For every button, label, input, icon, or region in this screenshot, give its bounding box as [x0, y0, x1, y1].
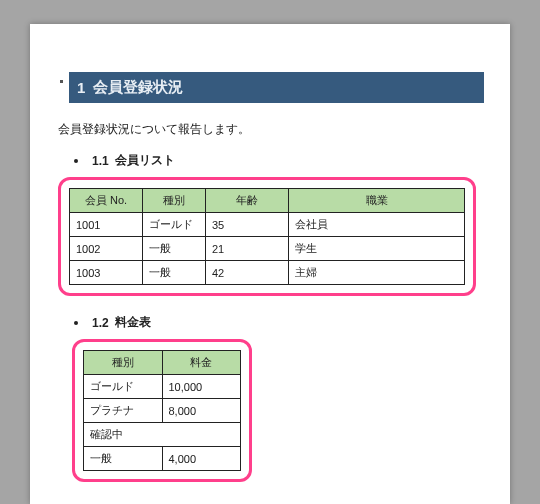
table-row: ゴールド 10,000: [84, 375, 241, 399]
cell: 学生: [289, 237, 465, 261]
cell: 35: [206, 213, 289, 237]
heading-number: 1: [77, 79, 85, 96]
price-table: 種別 料金 ゴールド 10,000 プラチナ 8,000 確認中 一般 4,00…: [83, 350, 241, 471]
table-header-row: 種別 料金: [84, 351, 241, 375]
cell: 1001: [70, 213, 143, 237]
cell: 4,000: [162, 447, 241, 471]
cell: プラチナ: [84, 399, 163, 423]
heading-row: 1 会員登録状況: [56, 72, 484, 103]
intro-text: 会員登録状況について報告します。: [58, 121, 484, 138]
cell: 会社員: [289, 213, 465, 237]
cell: 21: [206, 237, 289, 261]
section-title: 料金表: [115, 314, 151, 331]
bullet-icon: [74, 159, 78, 163]
member-list-table: 会員 No. 種別 年齢 職業 1001 ゴールド 35 会社員 1002 一般…: [69, 188, 465, 285]
table-row: 1001 ゴールド 35 会社員: [70, 213, 465, 237]
col-header: 料金: [162, 351, 241, 375]
cell: 8,000: [162, 399, 241, 423]
cell: ゴールド: [143, 213, 206, 237]
section-1-1-row: 1.1 会員リスト: [74, 152, 484, 169]
col-header: 職業: [289, 189, 465, 213]
section-number: 1.1: [92, 154, 109, 168]
heading-title: 会員登録状況: [93, 78, 183, 97]
col-header: 種別: [143, 189, 206, 213]
cell: 一般: [143, 261, 206, 285]
highlight-box-2: 種別 料金 ゴールド 10,000 プラチナ 8,000 確認中 一般 4,00…: [72, 339, 252, 482]
cell: 1003: [70, 261, 143, 285]
section-number: 1.2: [92, 316, 109, 330]
section-1-2-row: 1.2 料金表: [74, 314, 484, 331]
table-row: プラチナ 8,000: [84, 399, 241, 423]
col-header: 年齢: [206, 189, 289, 213]
bullet-icon: [60, 80, 63, 83]
merged-cell: 確認中: [84, 423, 241, 447]
table-row: 1003 一般 42 主婦: [70, 261, 465, 285]
cell: 主婦: [289, 261, 465, 285]
heading-1: 1 会員登録状況: [69, 72, 484, 103]
cell: 1002: [70, 237, 143, 261]
cell: ゴールド: [84, 375, 163, 399]
col-header: 種別: [84, 351, 163, 375]
bullet-icon: [74, 321, 78, 325]
table-row: 確認中: [84, 423, 241, 447]
document-page: 1 会員登録状況 会員登録状況について報告します。 1.1 会員リスト 会員 N…: [30, 24, 510, 504]
table-header-row: 会員 No. 種別 年齢 職業: [70, 189, 465, 213]
table-row: 一般 4,000: [84, 447, 241, 471]
table-row: 1002 一般 21 学生: [70, 237, 465, 261]
section-title: 会員リスト: [115, 152, 175, 169]
highlight-box-1: 会員 No. 種別 年齢 職業 1001 ゴールド 35 会社員 1002 一般…: [58, 177, 476, 296]
cell: 42: [206, 261, 289, 285]
cell: 一般: [84, 447, 163, 471]
editor-viewport: 1 会員登録状況 会員登録状況について報告します。 1.1 会員リスト 会員 N…: [0, 0, 540, 504]
col-header: 会員 No.: [70, 189, 143, 213]
cell: 10,000: [162, 375, 241, 399]
cell: 一般: [143, 237, 206, 261]
